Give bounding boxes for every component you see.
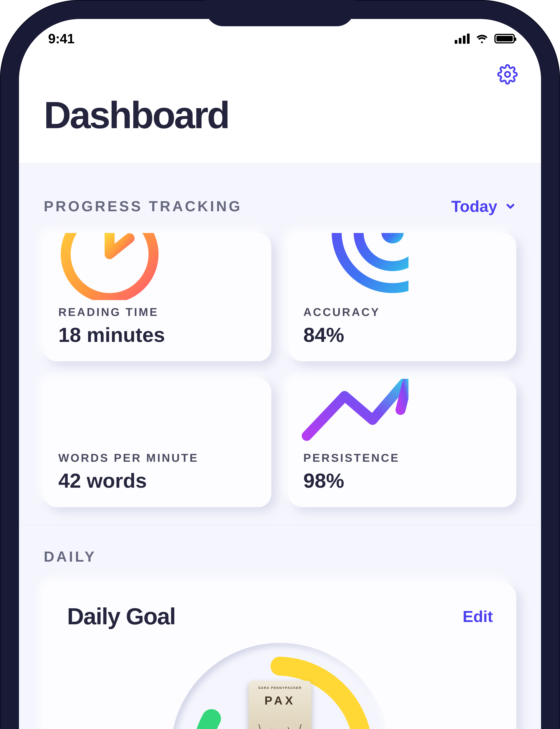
progress-cards: READING TIME 18 minutes [44, 233, 516, 507]
page-title: Dashboard [19, 85, 541, 163]
card-accuracy[interactable]: ACCURACY 84% [289, 233, 516, 361]
edit-button[interactable]: Edit [463, 607, 493, 626]
clock-icon [44, 233, 163, 300]
target-icon [289, 233, 408, 300]
book-cover[interactable]: SARA PENNYPACKER PAX [249, 681, 311, 729]
date-range-picker[interactable]: Today [451, 197, 516, 216]
status-icons [455, 34, 515, 44]
speed-lines-icon [44, 379, 163, 446]
settings-icon[interactable] [497, 64, 518, 85]
progress-section: PROGRESS TRACKING Today [19, 164, 541, 524]
chevron-down-icon [505, 201, 516, 212]
header: Dashboard [19, 58, 541, 163]
card-reading-time[interactable]: READING TIME 18 minutes [44, 233, 271, 361]
progress-section-label: PROGRESS TRACKING [44, 198, 242, 215]
date-range-label: Today [451, 197, 497, 216]
status-time: 9:41 [48, 31, 74, 46]
svg-point-0 [505, 72, 510, 77]
book-author: SARA PENNYPACKER [258, 686, 302, 690]
daily-section: DAILY Daily Goal Edit [19, 524, 541, 729]
screen: 9:41 Dashboard [19, 19, 541, 729]
svg-line-15 [295, 724, 301, 729]
card-label: ACCURACY [303, 306, 502, 319]
battery-icon [494, 34, 515, 43]
cellular-icon [455, 34, 470, 44]
book-title: PAX [265, 694, 296, 707]
content[interactable]: PROGRESS TRACKING Today [19, 163, 541, 729]
trend-icon [289, 379, 408, 446]
card-wpm[interactable]: WORDS PER MINUTE 42 words [44, 379, 271, 507]
card-value: 18 minutes [58, 323, 257, 347]
card-label: PERSISTENCE [303, 451, 502, 464]
svg-line-12 [259, 724, 265, 729]
daily-section-label: DAILY [44, 548, 96, 565]
device-frame: 9:41 Dashboard [0, 0, 560, 729]
wifi-icon [475, 34, 489, 44]
card-label: WORDS PER MINUTE [58, 451, 257, 464]
card-value: 98% [303, 469, 502, 492]
svg-line-16 [288, 727, 295, 729]
daily-goal-card[interactable]: Daily Goal Edit [44, 582, 516, 729]
daily-goal-title: Daily Goal [67, 603, 175, 630]
progress-ring: SARA PENNYPACKER PAX [67, 643, 493, 729]
card-label: READING TIME [58, 306, 257, 319]
card-value: 42 words [58, 469, 257, 492]
card-persistence[interactable]: PERSISTENCE 98% [289, 379, 516, 507]
svg-point-4 [381, 233, 404, 243]
card-value: 84% [303, 323, 502, 347]
device-notch [206, 0, 354, 26]
